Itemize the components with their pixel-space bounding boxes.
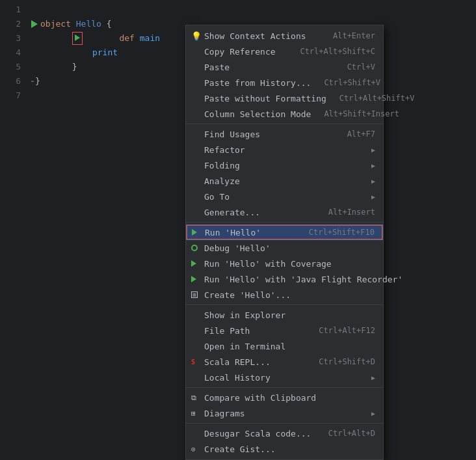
separator-1 bbox=[186, 124, 383, 124]
arrow-icon-diagrams: ▶ bbox=[371, 410, 375, 417]
menu-label-local-history: Local History bbox=[204, 373, 369, 383]
menu-item-scala-repl[interactable]: S Scala REPL... Ctrl+Shift+D bbox=[186, 354, 383, 370]
arrow-icon-analyze: ▶ bbox=[371, 178, 375, 185]
separator-5 bbox=[186, 423, 383, 424]
menu-label-column-selection: Column Selection Mode bbox=[204, 109, 311, 119]
scala-icon: S bbox=[191, 359, 195, 366]
menu-shortcut-column-selection: Alt+Shift+Insert bbox=[324, 109, 399, 118]
menu-item-desugar[interactable]: Desugar Scala code... Ctrl+Alt+D bbox=[186, 426, 383, 441]
menu-item-copy-reference[interactable]: Copy Reference Ctrl+Alt+Shift+C bbox=[186, 44, 383, 59]
menu-label-copy-reference: Copy Reference bbox=[204, 47, 287, 57]
menu-label-paste-from-history: Paste from History... bbox=[204, 78, 311, 88]
jfr-icon bbox=[191, 276, 196, 282]
compare-icon: ⧉ bbox=[191, 394, 196, 402]
menu-item-analyze[interactable]: Analyze ▶ bbox=[186, 173, 383, 189]
menu-label-file-path: File Path bbox=[204, 326, 306, 336]
menu-item-go-to[interactable]: Go To ▶ bbox=[186, 189, 383, 204]
menu-label-diagrams: Diagrams bbox=[204, 409, 369, 418]
menu-label-paste-without-formatting: Paste without Formatting bbox=[204, 94, 326, 103]
menu-shortcut-paste-from-history: Ctrl+Shift+V bbox=[324, 78, 380, 87]
diagrams-icon: ⊞ bbox=[191, 409, 196, 418]
menu-label-run-hello: Run 'Hello' bbox=[205, 228, 296, 237]
coverage-icon bbox=[191, 260, 196, 267]
menu-item-show-context-actions[interactable]: 💡 Show Context Actions Alt+Enter bbox=[186, 28, 383, 44]
menu-label-desugar: Desugar Scala code... bbox=[204, 429, 315, 439]
menu-item-run-hello[interactable]: Run 'Hello' Ctrl+Shift+F10 bbox=[186, 224, 383, 240]
menu-item-create-gist[interactable]: ⊙ Create Gist... bbox=[186, 441, 383, 457]
gutter-box-6 bbox=[31, 81, 34, 82]
create-icon: ⊞ bbox=[191, 291, 198, 298]
menu-shortcut-copy-reference: Ctrl+Alt+Shift+C bbox=[300, 47, 375, 56]
menu-shortcut-desugar: Ctrl+Alt+D bbox=[328, 429, 375, 438]
run-green-icon bbox=[192, 229, 197, 236]
menu-item-generate[interactable]: Generate... Alt+Insert bbox=[186, 204, 383, 220]
context-menu: 💡 Show Context Actions Alt+Enter Copy Re… bbox=[185, 25, 384, 460]
menu-item-paste[interactable]: Paste Ctrl+V bbox=[186, 59, 383, 75]
arrow-icon-folding: ▶ bbox=[371, 162, 375, 169]
menu-shortcut-paste-without-formatting: Ctrl+Alt+Shift+V bbox=[339, 94, 415, 103]
bulb-icon: 💡 bbox=[191, 31, 202, 41]
menu-item-find-usages[interactable]: Find Usages Alt+F7 bbox=[186, 126, 383, 142]
menu-item-open-terminal[interactable]: Open in Terminal bbox=[186, 338, 383, 354]
menu-label-refactor: Refactor bbox=[204, 145, 369, 155]
menu-item-diagrams[interactable]: ⊞ Diagrams ▶ bbox=[186, 405, 383, 421]
menu-shortcut-file-path: Ctrl+Alt+F12 bbox=[319, 326, 375, 335]
arrow-icon-go-to: ▶ bbox=[371, 193, 375, 200]
menu-item-file-path[interactable]: File Path Ctrl+Alt+F12 bbox=[186, 323, 383, 338]
menu-shortcut-scala-repl: Ctrl+Shift+D bbox=[319, 357, 375, 366]
menu-label-run-jfr: Run 'Hello' with 'Java Flight Recorder' bbox=[204, 275, 403, 284]
menu-label-create-hello: Create 'Hello'... bbox=[204, 290, 375, 300]
menu-label-show-in-explorer: Show in Explorer bbox=[204, 310, 375, 320]
menu-shortcut-show-context-actions: Alt+Enter bbox=[333, 31, 375, 40]
menu-item-paste-from-history[interactable]: Paste from History... Ctrl+Shift+V bbox=[186, 75, 383, 90]
menu-label-open-terminal: Open in Terminal bbox=[204, 342, 375, 351]
menu-label-show-context-actions: Show Context Actions bbox=[204, 31, 320, 41]
menu-item-paste-without-formatting[interactable]: Paste without Formatting Ctrl+Alt+Shift+… bbox=[186, 90, 383, 106]
separator-4 bbox=[186, 387, 383, 388]
menu-item-create-hello[interactable]: ⊞ Create 'Hello'... bbox=[186, 287, 383, 303]
separator-3 bbox=[186, 304, 383, 305]
menu-item-local-history[interactable]: Local History ▶ bbox=[186, 370, 383, 385]
menu-item-show-in-explorer[interactable]: Show in Explorer bbox=[186, 307, 383, 323]
menu-item-folding[interactable]: Folding ▶ bbox=[186, 157, 383, 173]
debug-icon bbox=[191, 245, 198, 251]
menu-item-run-coverage[interactable]: Run 'Hello' with Coverage bbox=[186, 256, 383, 271]
menu-label-folding: Folding bbox=[204, 161, 369, 170]
menu-item-debug-hello[interactable]: Debug 'Hello' bbox=[186, 240, 383, 256]
menu-label-analyze: Analyze bbox=[204, 176, 369, 186]
menu-label-find-usages: Find Usages bbox=[204, 129, 334, 139]
menu-item-refactor[interactable]: Refactor ▶ bbox=[186, 142, 383, 157]
arrow-icon-refactor: ▶ bbox=[371, 146, 375, 154]
editor: 1 2 3 4 5 6 7 object Hello { def main pr… bbox=[0, 0, 476, 460]
menu-label-run-coverage: Run 'Hello' with Coverage bbox=[204, 259, 375, 269]
arrow-icon-local-history: ▶ bbox=[371, 374, 375, 381]
menu-shortcut-run-hello: Ctrl+Shift+F10 bbox=[309, 228, 375, 237]
menu-label-go-to: Go To bbox=[204, 192, 369, 202]
separator-2 bbox=[186, 222, 383, 223]
menu-shortcut-paste: Ctrl+V bbox=[347, 62, 375, 72]
menu-shortcut-generate: Alt+Insert bbox=[328, 208, 375, 217]
menu-label-compare-clipboard: Compare with Clipboard bbox=[204, 393, 375, 403]
menu-item-column-selection[interactable]: Column Selection Mode Alt+Shift+Insert bbox=[186, 106, 383, 122]
menu-label-scala-repl: Scala REPL... bbox=[204, 357, 306, 367]
menu-shortcut-find-usages: Alt+F7 bbox=[347, 129, 375, 139]
gist-icon: ⊙ bbox=[191, 445, 196, 453]
code-line-1 bbox=[26, 3, 476, 17]
menu-label-debug-hello: Debug 'Hello' bbox=[204, 243, 375, 253]
menu-item-run-jfr[interactable]: Run 'Hello' with 'Java Flight Recorder' bbox=[186, 271, 383, 287]
menu-item-compare-clipboard[interactable]: ⧉ Compare with Clipboard bbox=[186, 390, 383, 405]
menu-label-paste: Paste bbox=[204, 62, 334, 72]
line-numbers: 1 2 3 4 5 6 7 bbox=[0, 0, 26, 460]
menu-label-create-gist: Create Gist... bbox=[204, 444, 375, 454]
menu-label-generate: Generate... bbox=[204, 208, 315, 217]
